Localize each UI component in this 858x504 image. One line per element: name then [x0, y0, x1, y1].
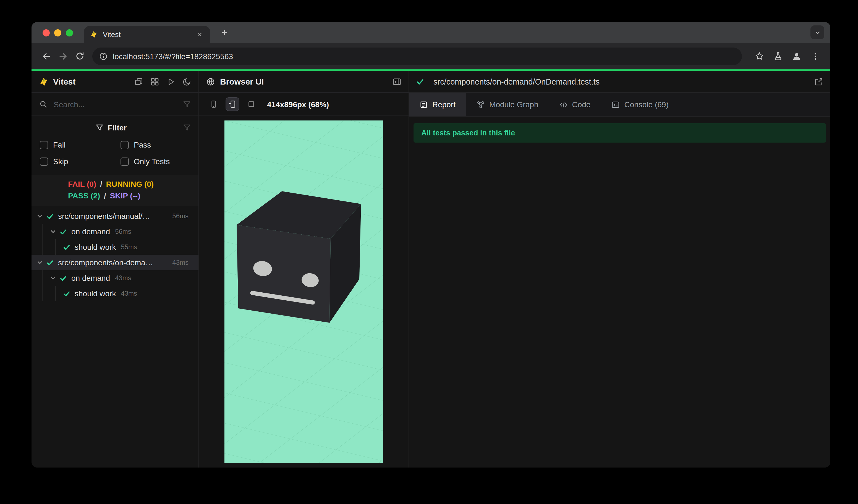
test-label: should work — [75, 243, 116, 251]
dashboard-window-icon[interactable] — [134, 77, 143, 86]
filter-checkbox[interactable]: Fail — [40, 140, 121, 149]
report-panel: src/components/on-demand/OnDemand.test.t… — [409, 71, 830, 468]
filter-clear-funnel-icon[interactable] — [183, 124, 191, 131]
test-label: src/components/manual/… — [58, 212, 150, 221]
chevron-down-icon[interactable] — [36, 213, 43, 220]
report-tab-label: Module Graph — [489, 100, 538, 109]
address-bar-row: localhost:5173/#/?file=1828625563 — [32, 43, 830, 69]
test-label: should work — [75, 289, 116, 298]
test-tree-row[interactable]: on demand 56ms — [32, 224, 198, 239]
mobile-device-icon[interactable] — [207, 97, 221, 111]
browser-ui-panel: Browser UI 414x896px (68%) — [199, 71, 409, 468]
test-duration: 43ms — [121, 290, 137, 297]
summary-line-2: PASS (2) / SKIP (--) — [68, 190, 198, 202]
module-graph-icon — [477, 100, 485, 109]
summary-line-1: FAIL (0) / RUNNING (0) — [68, 179, 198, 190]
test-tree-row[interactable]: on demand 43ms — [32, 270, 198, 286]
test-duration: 43ms — [172, 259, 189, 266]
traffic-lights — [43, 22, 73, 43]
tab-title: Vitest — [103, 30, 195, 39]
new-tab-button[interactable] — [217, 26, 232, 40]
browser-viewport-canvas[interactable] — [224, 120, 383, 463]
chevron-down-icon[interactable] — [36, 259, 43, 266]
pass-check-icon — [60, 274, 67, 281]
report-tab-label: Report — [432, 100, 456, 109]
browser-ui-title: Browser UI — [220, 77, 264, 86]
test-tree-row[interactable]: should work 43ms — [32, 286, 198, 301]
checkbox-label: Only Tests — [134, 157, 170, 166]
report-tab[interactable]: Console (69) — [601, 93, 679, 116]
close-window-button[interactable] — [43, 29, 50, 36]
test-tree-row[interactable]: src/components/on-dema… 43ms — [32, 255, 198, 270]
test-tree-row[interactable]: should work 55ms — [32, 239, 198, 255]
report-tabbar: Report Module Graph Code — [409, 93, 830, 117]
filter-checkbox[interactable]: Skip — [40, 157, 121, 166]
checkbox-label: Skip — [53, 157, 68, 166]
open-external-icon[interactable] — [814, 77, 823, 86]
report-tab[interactable]: Module Graph — [466, 93, 549, 116]
reload-button[interactable] — [71, 48, 88, 64]
filter-funnel-icon — [96, 124, 104, 131]
checkbox-box[interactable] — [121, 141, 129, 149]
tab-close-icon[interactable] — [195, 30, 205, 39]
report-tab[interactable]: Report — [409, 93, 466, 116]
forward-button[interactable] — [55, 48, 71, 64]
address-bar[interactable]: localhost:5173/#/?file=1828625563 — [92, 47, 742, 65]
test-label: src/components/on-dema… — [58, 258, 153, 267]
report-tab[interactable]: Code — [549, 93, 601, 116]
url-text: localhost:5173/#/?file=1828625563 — [113, 52, 233, 61]
open-panel-right-icon[interactable] — [393, 77, 401, 86]
run-all-play-icon[interactable] — [166, 77, 175, 86]
chevron-down-icon[interactable] — [50, 275, 57, 281]
pass-check-icon — [63, 243, 70, 250]
viewport-size-label: 414x896px (68%) — [267, 100, 329, 109]
test-tree-row[interactable]: src/components/manual/… 56ms — [32, 208, 198, 224]
checkbox-box[interactable] — [40, 157, 48, 165]
profile-avatar-icon[interactable] — [788, 48, 805, 64]
all-tests-passed-banner: All tests passed in this file — [414, 123, 826, 143]
sidebar-actions — [134, 77, 191, 86]
tab-strip: Vitest — [32, 22, 830, 43]
report-icon — [419, 100, 428, 109]
filter-checkbox[interactable]: Pass — [121, 140, 191, 149]
site-info-icon[interactable] — [99, 52, 108, 61]
test-duration: 43ms — [115, 274, 131, 282]
minimize-window-button[interactable] — [54, 29, 61, 36]
checkbox-box[interactable] — [40, 141, 48, 149]
report-header: src/components/on-demand/OnDemand.test.t… — [409, 71, 830, 93]
cube-front-face — [237, 225, 331, 323]
report-tab-label: Code — [572, 100, 591, 109]
tab-search-button[interactable] — [810, 26, 824, 39]
vitest-favicon-icon — [90, 30, 98, 39]
search-input[interactable] — [52, 99, 183, 109]
dark-mode-moon-icon[interactable] — [182, 77, 191, 86]
checkbox-label: Pass — [134, 140, 151, 149]
filter-header: Filter — [39, 123, 191, 132]
file-pass-check-icon — [416, 78, 424, 85]
test-label: on demand — [71, 227, 110, 236]
browser-tab[interactable]: Vitest — [84, 26, 210, 43]
pass-count: PASS (2) — [68, 191, 100, 200]
rotate-device-icon[interactable] — [225, 97, 239, 111]
tablet-device-icon[interactable] — [244, 97, 258, 111]
zoom-window-button[interactable] — [66, 29, 73, 36]
test-tree: src/components/manual/… 56ms on demand — [32, 206, 198, 468]
bookmark-star-icon[interactable] — [751, 48, 767, 64]
app-title: Vitest — [53, 77, 76, 86]
back-button[interactable] — [38, 48, 55, 64]
checkbox-box[interactable] — [121, 157, 129, 165]
code-icon — [559, 100, 568, 109]
labs-flask-icon[interactable] — [769, 48, 786, 64]
fail-count: FAIL (0) — [68, 180, 96, 189]
pass-check-icon — [60, 228, 67, 235]
chevron-down-icon[interactable] — [50, 228, 57, 235]
filter-checkbox[interactable]: Only Tests — [121, 157, 191, 166]
pass-check-icon — [63, 290, 70, 297]
filter-title: Filter — [108, 123, 127, 132]
skip-count: SKIP (--) — [110, 191, 140, 200]
browser-menu-kebab-icon[interactable] — [807, 48, 824, 64]
search-filter-funnel-icon[interactable] — [183, 100, 191, 108]
filter-options: Fail Pass Skip — [39, 140, 191, 166]
grid-view-icon[interactable] — [150, 77, 159, 86]
app-content: Vitest — [32, 71, 830, 468]
